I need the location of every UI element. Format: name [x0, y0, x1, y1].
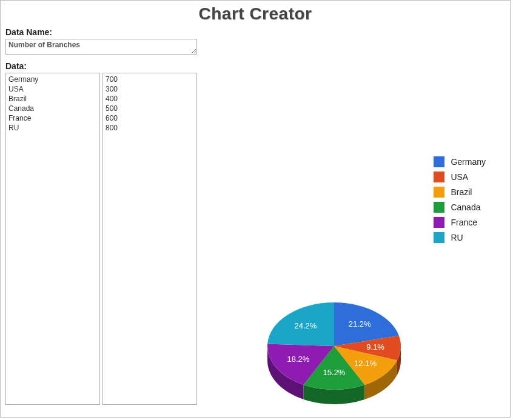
legend-swatch [434, 202, 444, 213]
legend-item: Germany [434, 156, 486, 167]
legend-item: USA [434, 172, 486, 182]
legend-label: RU [451, 233, 463, 242]
legend-label: USA [451, 172, 468, 182]
legend-swatch [434, 232, 444, 243]
legend-item: Brazil [434, 187, 486, 198]
legend-item: RU [434, 232, 486, 243]
categories-input[interactable]: Germany USA Brazil Canada France RU [5, 73, 100, 405]
pie-slice-label: 21.2% [349, 319, 371, 328]
data-name-label: Data Name: [5, 27, 200, 37]
legend-swatch [434, 156, 444, 167]
page-title: Chart Creator [1, 1, 510, 24]
data-columns: Germany USA Brazil Canada France RU 700 … [5, 73, 200, 405]
data-name-input[interactable] [5, 39, 197, 55]
pie-slice-label: 9.1% [366, 342, 384, 352]
pie-slice-label: 12.1% [354, 359, 377, 368]
legend-label: Brazil [451, 187, 472, 197]
pie-slice-label: 24.2% [294, 321, 317, 330]
left-panel: Data Name: Data: Germany USA Brazil Cana… [5, 27, 200, 405]
legend-item: Canada [434, 202, 486, 213]
legend-item: France [434, 217, 486, 228]
legend-label: Canada [451, 202, 480, 212]
chart-legend: GermanyUSABrazilCanadaFranceRU [434, 152, 486, 247]
legend-label: France [451, 218, 477, 227]
legend-label: Germany [451, 157, 486, 167]
app-window: Chart Creator Data Name: Data: Germany U… [0, 0, 511, 418]
pie-slice-label: 18.2% [287, 355, 309, 364]
pie-chart: 21.2%9.1%12.1%15.2%18.2%24.2% [243, 279, 425, 413]
values-input[interactable]: 700 300 400 500 600 800 [102, 73, 197, 405]
legend-swatch [434, 217, 444, 228]
pie-slice-label: 15.2% [323, 368, 346, 377]
legend-swatch [434, 172, 444, 182]
legend-swatch [434, 187, 444, 198]
data-label: Data: [5, 61, 200, 71]
